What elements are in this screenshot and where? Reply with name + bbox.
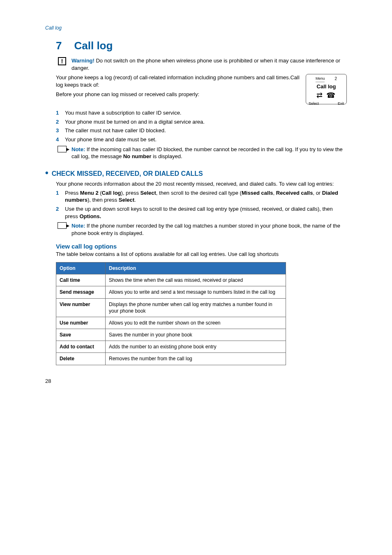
list-item: 1 Press Menu 2 (Call log), press Select,… bbox=[56, 189, 347, 204]
section2-intro: The table below contains a list of optio… bbox=[56, 251, 347, 258]
chapter-heading: 7 Call log bbox=[56, 39, 347, 53]
step-text: Press Menu 2 (Call log), press Select, t… bbox=[65, 189, 347, 204]
note-label: Note: bbox=[71, 146, 85, 152]
phone-screen-icons: ⇄ ☎ bbox=[309, 90, 344, 100]
table-row: View numberDisplays the phone number whe… bbox=[56, 298, 286, 317]
note-block-1: Note: If the incoming call has caller ID… bbox=[56, 146, 347, 160]
phone-menu-label: Menu bbox=[316, 76, 325, 82]
phone-select-label: Select bbox=[309, 101, 319, 106]
note-icon bbox=[56, 146, 68, 160]
list-item: 2 Use the up and down scroll keys to scr… bbox=[56, 205, 347, 220]
warning-label: Warning! bbox=[71, 58, 95, 64]
step-text: Use the up and down scroll keys to scrol… bbox=[65, 205, 347, 220]
table-row: DeleteRemoves the number from the call l… bbox=[56, 353, 286, 365]
table-row: Call timeShows the time when the call wa… bbox=[56, 274, 286, 286]
req-text: Your phone time and date must be set. bbox=[65, 136, 157, 143]
list-item: 1You must have a subscription to caller … bbox=[56, 109, 347, 117]
section-heading-check: •CHECK MISSED, RECEIVED, OR DIALED CALLS bbox=[45, 167, 347, 179]
section-heading-options: View call log options bbox=[56, 242, 347, 251]
section-title-text: CHECK MISSED, RECEIVED, OR DIALED CALLS bbox=[52, 170, 203, 177]
phone-exit-label: Exit bbox=[338, 101, 344, 106]
section1-intro: Your phone records information about the… bbox=[56, 180, 347, 188]
warning-icon bbox=[56, 57, 68, 71]
warning-text: Do not switch on the phone when wireless… bbox=[71, 58, 340, 71]
phone-screen-title: Call log bbox=[309, 83, 344, 90]
options-table: Option Description Call timeShows the ti… bbox=[56, 262, 286, 365]
note-text: If the phone number recorded by the call… bbox=[71, 223, 340, 236]
note-text-b: is displayed. bbox=[151, 153, 182, 159]
table-row: Add to contactAdds the number to an exis… bbox=[56, 341, 286, 353]
steps-list: 1 Press Menu 2 (Call log), press Select,… bbox=[56, 189, 347, 220]
list-item: 2Your phone must be turned on and in a d… bbox=[56, 118, 347, 126]
note-icon bbox=[56, 222, 68, 237]
table-row: SaveSaves the number in your phone book bbox=[56, 329, 286, 341]
table-header-desc: Description bbox=[106, 262, 286, 274]
note-text-a: If the incoming call has caller ID block… bbox=[71, 146, 343, 160]
intro-paragraph-2: Before your phone can log missed or rece… bbox=[56, 91, 347, 98]
breadcrumb: Call log bbox=[45, 25, 347, 31]
intro-paragraph-1: Your phone keeps a log (record) of call-… bbox=[56, 74, 347, 88]
table-row: Use numberAllows you to edit the number … bbox=[56, 317, 286, 329]
chapter-number: 7 bbox=[56, 39, 62, 53]
phone-menu-index: 2 bbox=[334, 76, 337, 82]
req-text: Your phone must be turned on and in a di… bbox=[65, 118, 205, 126]
list-item: 3The caller must not have caller ID bloc… bbox=[56, 127, 347, 134]
req-text: The caller must not have caller ID block… bbox=[65, 127, 166, 134]
note-label: Note: bbox=[71, 223, 85, 229]
table-row: Send messageAllows you to write and send… bbox=[56, 286, 286, 298]
req-text: You must have a subscription to caller I… bbox=[65, 109, 182, 117]
table-header-option: Option bbox=[56, 262, 106, 274]
requirements-list: 1You must have a subscription to caller … bbox=[56, 109, 347, 143]
warning-block: Warning! Do not switch on the phone when… bbox=[56, 57, 347, 71]
note-block-2: Note: If the phone number recorded by th… bbox=[56, 222, 347, 237]
page-number: 28 bbox=[45, 378, 347, 385]
note-bold: No number bbox=[123, 153, 152, 159]
chapter-title: Call log bbox=[74, 39, 113, 53]
phone-screen-illustration: Menu 2 Call log ⇄ ☎ Select Exit bbox=[306, 74, 347, 104]
bullet-icon: • bbox=[45, 168, 48, 178]
list-item: 4Your phone time and date must be set. bbox=[56, 136, 347, 143]
